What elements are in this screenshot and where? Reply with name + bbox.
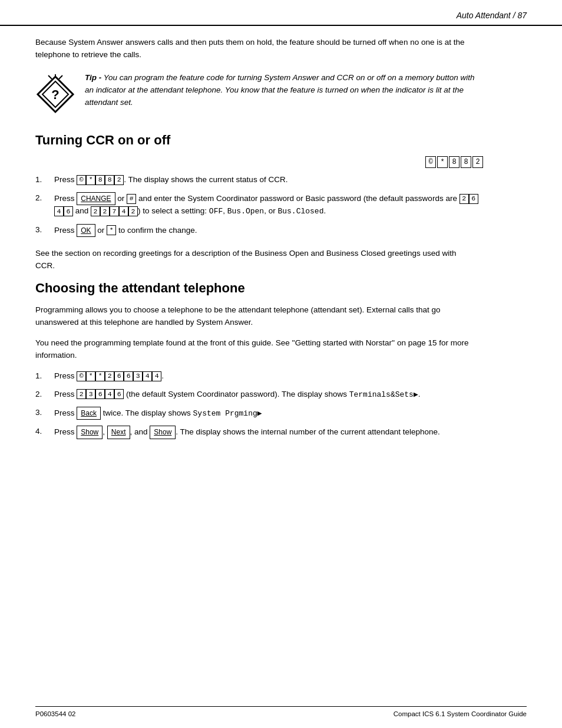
tip-icon: ? [35, 74, 75, 116]
s2s2-display: Terminals&Sets▶ [349, 390, 418, 399]
s2s2-k3: 3 [86, 389, 95, 399]
s2-key-hash: # [127, 194, 136, 204]
s1-key-star: * [86, 175, 95, 185]
key-8a: 8 [449, 156, 459, 168]
section2-steps: 1. Press ©**266344. 2. Press 23646 (the … [35, 370, 483, 439]
s2-step1: 1. Press ©**266344. [35, 370, 483, 383]
s2-step3: 3. Press Back twice. The display shows S… [35, 407, 483, 420]
s2-step4: 4. Press Show, Next, and Show. The displ… [35, 426, 483, 439]
s2-step1-content: Press ©**266344. [54, 370, 483, 383]
s2-busclosed: Bus.Closed [277, 207, 323, 216]
s2s2-k4: 4 [105, 389, 114, 399]
s2s1-kstar2: * [95, 371, 105, 381]
s2-step2: 2. Press 23646 (the default System Coord… [35, 388, 483, 401]
page: Auto Attendant / 87 Because System Answe… [0, 0, 562, 728]
section2-para2: You need the programming template found … [35, 337, 477, 362]
tip-box: ? Tip - You can program the feature code… [35, 72, 483, 116]
s2-k2d: 2 [128, 206, 138, 216]
s1-key-c: © [77, 175, 86, 185]
header-title: Auto Attendant / 87 [457, 11, 527, 20]
section1-steps: 1. Press ©*882. The display shows the cu… [35, 174, 483, 237]
s2-k4a: 4 [54, 206, 64, 216]
s2s2-k6b: 6 [114, 389, 124, 399]
s2-k2b: 2 [91, 206, 100, 216]
s2-k6b: 6 [64, 206, 73, 216]
s2-step4-content: Press Show, Next, and Show. The display … [54, 426, 483, 439]
s1-key-2: 2 [114, 175, 124, 185]
step3-num: 3. [35, 224, 54, 238]
s2-k7: 7 [110, 206, 119, 216]
s2s1-kstar1: * [86, 371, 95, 381]
s2s1-k4: 4 [143, 371, 152, 381]
s2s1-k2: 2 [105, 371, 114, 381]
step2: 2. Press CHANGE or # and enter the Syste… [35, 192, 483, 218]
s2-off: OFF [209, 207, 223, 216]
footer-left: P0603544 02 [35, 710, 75, 717]
s2-busopen: Bus.Open [227, 207, 264, 216]
ok-btn: OK [77, 224, 95, 238]
page-header: Auto Attendant / 87 [0, 0, 562, 26]
svg-line-3 [48, 75, 52, 79]
s2s1-kc: © [77, 371, 86, 381]
step3: 3. Press OK or * to confirm the change. [35, 224, 483, 238]
s2-step2-num: 2. [35, 388, 54, 401]
s2-step3-num: 3. [35, 407, 54, 420]
s2-step3-content: Press Back twice. The display shows Syst… [54, 407, 483, 420]
tip-body: You can program the feature code for tur… [85, 73, 475, 107]
show-btn2: Show [150, 426, 176, 439]
s2-k4b: 4 [119, 206, 128, 216]
next-btn: Next [107, 426, 130, 439]
s2s1-k6b: 6 [124, 371, 133, 381]
s1-key-8b: 8 [105, 175, 114, 185]
tip-label: Tip - [85, 73, 101, 82]
tip-text-content: Tip - You can program the feature code f… [85, 72, 483, 109]
key-c: © [425, 156, 436, 168]
s2s1-k6a: 6 [114, 371, 124, 381]
svg-text:?: ? [51, 87, 59, 102]
s2s2-k6: 6 [95, 389, 105, 399]
show-btn1: Show [77, 426, 103, 439]
step1: 1. Press ©*882. The display shows the cu… [35, 174, 483, 186]
step2-num: 2. [35, 192, 54, 218]
page-footer: P0603544 02 Compact ICS 6.1 System Coord… [35, 706, 527, 717]
s2-step4-num: 4. [35, 426, 54, 439]
tip-diamond-icon: ? [35, 74, 75, 114]
footer-right: Compact ICS 6.1 System Coordinator Guide [394, 710, 527, 717]
section2-heading: Choosing the attendant telephone [35, 281, 527, 296]
s2s3-display: System Prgming▶ [193, 409, 262, 418]
section1-footer-para: See the section on recording greetings f… [35, 248, 477, 272]
section1-key-sequence: © * 8 8 2 [35, 156, 483, 168]
key-2: 2 [472, 156, 483, 168]
key-star1: * [437, 156, 448, 168]
content-area: Because System Answer answers calls and … [0, 37, 562, 439]
step2-content: Press CHANGE or # and enter the System C… [54, 192, 483, 218]
s2-step2-content: Press 23646 (the default System Coordina… [54, 388, 483, 401]
s2-k2c: 2 [100, 206, 110, 216]
back-btn: Back [77, 407, 101, 420]
key-seq-inner: © * 8 8 2 [425, 156, 483, 168]
step1-num: 1. [35, 174, 54, 186]
s2s1-k4b: 4 [152, 371, 161, 381]
s1-key-8a: 8 [95, 175, 105, 185]
section1-heading: Turning CCR on or off [35, 133, 527, 148]
key-8b: 8 [461, 156, 471, 168]
s2-k2: 2 [459, 194, 469, 204]
s2-step1-num: 1. [35, 370, 54, 383]
section2-para1: Programming allows you to choose a telep… [35, 304, 477, 329]
step1-content: Press ©*882. The display shows the curre… [54, 174, 483, 186]
intro-paragraph: Because System Answer answers calls and … [35, 37, 477, 61]
s3-key-star: * [107, 225, 116, 235]
s2s2-k2: 2 [77, 389, 86, 399]
change-btn: CHANGE [77, 192, 115, 206]
step3-content: Press OK or * to confirm the change. [54, 224, 483, 238]
s2s1-k3: 3 [133, 371, 143, 381]
s2-k6a: 6 [469, 194, 478, 204]
svg-line-5 [59, 75, 62, 79]
